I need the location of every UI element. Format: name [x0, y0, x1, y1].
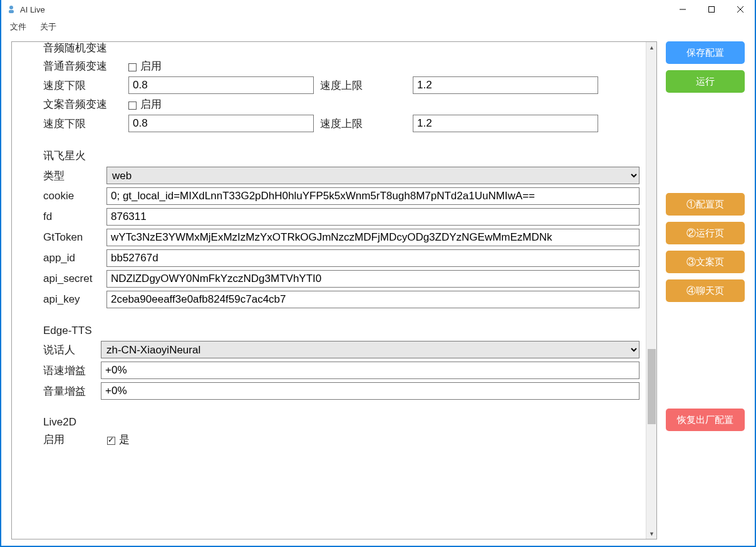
- normal-audio-enable-checkbox[interactable]: 启用: [128, 59, 162, 73]
- section-audio-title: 音频随机变速: [43, 42, 639, 55]
- edgetts-rate-input[interactable]: [101, 362, 639, 379]
- normal-audio-label: 普通音频变速: [43, 59, 125, 73]
- menu-file[interactable]: 文件: [6, 20, 30, 34]
- copy-speed-upper-input[interactable]: [413, 115, 598, 132]
- xfyun-appid-input[interactable]: [106, 249, 639, 267]
- spacer: [666, 99, 745, 187]
- maximize-button[interactable]: [697, 0, 726, 19]
- window-title: AI Live: [20, 5, 45, 14]
- scroll-content: 音频随机变速 普通音频变速 启用 速度下限 速度上限 文案音频变速 启用 速度下…: [12, 42, 646, 539]
- copy-speed-lower-label: 速度下限: [43, 117, 125, 131]
- run-button[interactable]: 运行: [666, 70, 745, 93]
- scrollbar-thumb[interactable]: [648, 349, 656, 424]
- app-window: AI Live 文件 关于 音频随机变速 普通音频变速 启用: [0, 0, 756, 547]
- normal-speed-upper-input[interactable]: [413, 76, 598, 94]
- svg-rect-3: [709, 7, 715, 13]
- titlebar: AI Live: [1, 0, 755, 19]
- spacer: [666, 308, 745, 402]
- edgetts-speaker-select[interactable]: zh-CN-XiaoyiNeural: [101, 341, 639, 358]
- copy-speed-lower-input[interactable]: [128, 115, 314, 132]
- menubar: 文件 关于: [1, 19, 755, 35]
- xfyun-apikey-label: api_key: [43, 293, 103, 306]
- xfyun-apisecret-input[interactable]: [106, 270, 639, 288]
- body-area: 音频随机变速 普通音频变速 启用 速度下限 速度上限 文案音频变速 启用 速度下…: [1, 35, 755, 546]
- factory-reset-button[interactable]: 恢复出厂配置: [666, 409, 745, 431]
- close-button[interactable]: [726, 0, 755, 19]
- xfyun-type-select[interactable]: web: [106, 167, 639, 184]
- minimize-button[interactable]: [668, 0, 697, 19]
- xfyun-cookie-label: cookie: [43, 190, 103, 202]
- chat-page-button[interactable]: ④聊天页: [666, 279, 745, 302]
- app-icon: [6, 4, 16, 14]
- svg-point-0: [9, 6, 13, 9]
- xfyun-appid-label: app_id: [43, 252, 103, 264]
- sidebar: 保存配置 运行 ①配置页 ②运行页 ③文案页 ④聊天页 恢复出厂配置: [666, 41, 745, 539]
- window-controls: [668, 0, 755, 19]
- enable-label-2: 启用: [140, 98, 162, 110]
- menu-about[interactable]: 关于: [36, 20, 60, 34]
- copy-audio-enable-checkbox[interactable]: 启用: [128, 97, 162, 112]
- section-xfyun-title: 讯飞星火: [43, 148, 639, 163]
- section-edgetts-title: Edge-TTS: [43, 325, 639, 337]
- edgetts-rate-label: 语速增益: [43, 363, 97, 378]
- live2d-enable-checkbox[interactable]: 是: [107, 432, 130, 447]
- live2d-enable-label: 启用: [43, 432, 103, 447]
- save-config-button[interactable]: 保存配置: [666, 41, 745, 64]
- svg-rect-1: [9, 10, 14, 13]
- run-page-button[interactable]: ②运行页: [666, 222, 745, 244]
- scrollbar-down-icon[interactable]: ▼: [646, 528, 657, 539]
- normal-speed-lower-input[interactable]: [128, 76, 314, 94]
- xfyun-fd-label: fd: [43, 211, 103, 223]
- scrollbar[interactable]: ▲ ▼: [646, 42, 656, 539]
- normal-speed-lower-label: 速度下限: [43, 78, 125, 93]
- copy-audio-label: 文案音频变速: [43, 97, 125, 112]
- edgetts-volume-label: 音量增益: [43, 384, 97, 399]
- edgetts-volume-input[interactable]: [101, 382, 639, 400]
- xfyun-type-label: 类型: [43, 169, 103, 183]
- scrollbar-up-icon[interactable]: ▲: [646, 42, 657, 53]
- main-panel: 音频随机变速 普通音频变速 启用 速度下限 速度上限 文案音频变速 启用 速度下…: [11, 41, 657, 539]
- live2d-yes-label: 是: [119, 434, 130, 445]
- normal-speed-upper-label: 速度上限: [318, 78, 409, 93]
- copy-speed-upper-label: 速度上限: [318, 117, 409, 131]
- section-live2d-title: Live2D: [43, 416, 639, 429]
- copy-page-button[interactable]: ③文案页: [666, 251, 745, 273]
- xfyun-gttoken-input[interactable]: [106, 229, 639, 246]
- edgetts-speaker-label: 说话人: [43, 343, 97, 357]
- config-page-button[interactable]: ①配置页: [666, 193, 745, 216]
- xfyun-fd-input[interactable]: [106, 208, 639, 226]
- xfyun-apikey-input[interactable]: [106, 291, 639, 308]
- xfyun-gttoken-label: GtToken: [43, 231, 103, 244]
- enable-label: 启用: [140, 60, 162, 72]
- xfyun-cookie-input[interactable]: [106, 187, 639, 205]
- xfyun-apisecret-label: api_secret: [43, 273, 103, 285]
